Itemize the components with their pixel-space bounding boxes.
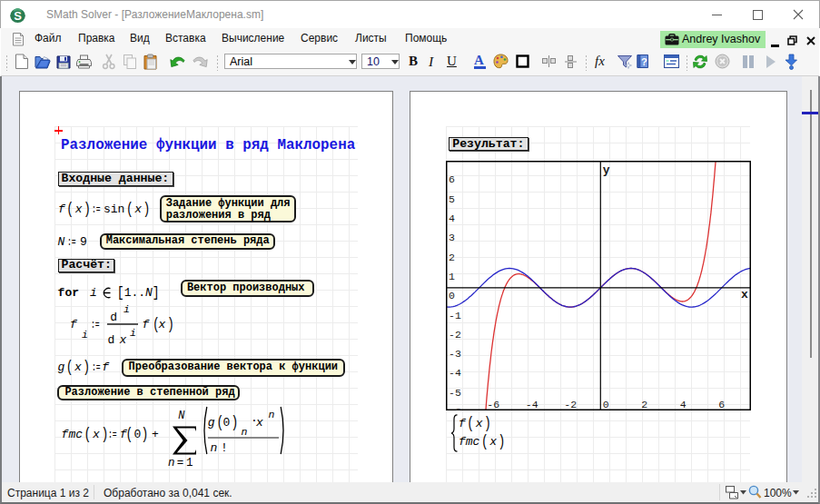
svg-text:2: 2 <box>449 251 455 262</box>
svg-text:-6: -6 <box>449 406 461 410</box>
svg-text:-3: -3 <box>449 348 461 360</box>
svg-text:0: 0 <box>449 290 455 301</box>
svg-text:3: 3 <box>449 232 455 243</box>
svg-text:-2: -2 <box>564 398 577 410</box>
svg-text:S: S <box>14 9 22 23</box>
svg-text:6: 6 <box>718 398 725 410</box>
svg-text:-2: -2 <box>449 328 461 340</box>
svg-text:4: 4 <box>449 212 455 224</box>
svg-text:1: 1 <box>449 271 455 282</box>
svg-text:4: 4 <box>679 398 686 410</box>
svg-text:-1: -1 <box>449 309 461 321</box>
svg-text:y: y <box>602 163 609 176</box>
svg-text:-6: -6 <box>487 398 499 410</box>
svg-text:-4: -4 <box>525 398 538 410</box>
svg-text:6: 6 <box>449 173 455 185</box>
svg-text:2: 2 <box>641 398 647 410</box>
svg-text:?: ? <box>641 56 647 67</box>
svg-text:-5: -5 <box>449 386 461 398</box>
svg-text:5: 5 <box>449 193 455 204</box>
svg-text:x: x <box>741 287 748 301</box>
svg-text:-4: -4 <box>449 367 461 379</box>
svg-text:0: 0 <box>602 398 608 410</box>
